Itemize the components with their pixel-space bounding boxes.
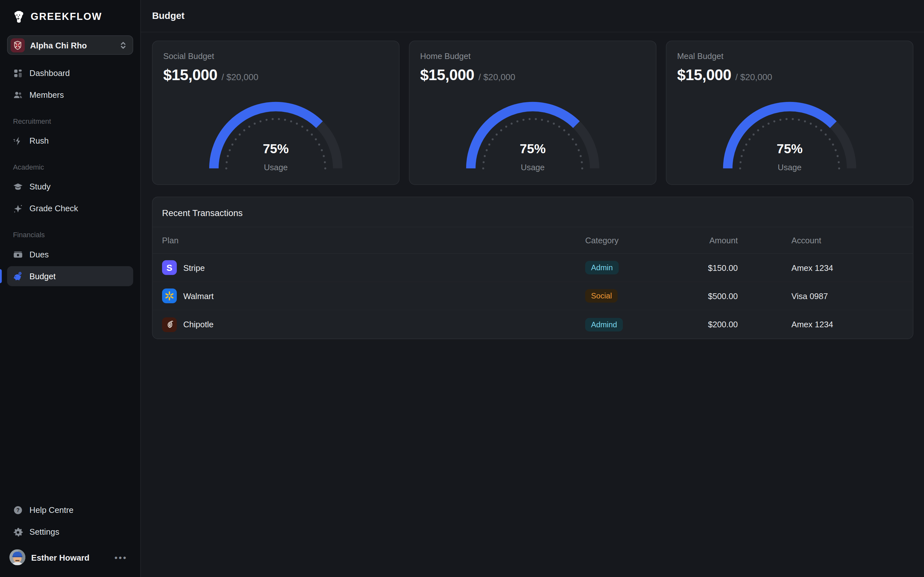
usage-percent: 75% xyxy=(462,141,604,157)
usage-label: Usage xyxy=(462,163,604,172)
sidebar-item-rush[interactable]: Rush xyxy=(7,131,133,151)
nav-section-recruitment: Recruitment xyxy=(7,117,133,126)
limit-amount: / $20,000 xyxy=(478,72,515,82)
user-avatar xyxy=(9,550,25,566)
sidebar-item-dues[interactable]: Dues xyxy=(7,244,133,264)
sidebar-item-budget[interactable]: 0 Budget xyxy=(7,266,133,286)
sidebar-item-label: Dues xyxy=(29,250,49,259)
sidebar-item-study[interactable]: Study xyxy=(7,177,133,197)
brand-name: GREEKFLOW xyxy=(31,11,102,23)
spent-amount: $15,000 xyxy=(677,66,731,84)
sidebar-item-members[interactable]: Members xyxy=(7,85,133,105)
category-badge: Admin xyxy=(585,261,619,274)
sidebar-item-label: Study xyxy=(29,182,51,191)
amount-cell: $200.00 xyxy=(680,319,792,329)
sidebar-nav: Dashboard Members Recruitment Rush Acade… xyxy=(7,63,133,288)
column-header-plan: Plan xyxy=(162,235,585,245)
sidebar-item-label: Members xyxy=(29,90,64,99)
sidebar: GREEKFLOW Alpha Chi Rho Dashboard xyxy=(0,0,141,577)
org-name: Alpha Chi Rho xyxy=(30,40,115,50)
topbar: Budget xyxy=(141,0,924,32)
org-crest-icon xyxy=(11,38,25,52)
amount-cell: $500.00 xyxy=(680,291,792,300)
greekflow-bust-logo-icon xyxy=(11,9,26,25)
piggy-bank-icon: 0 xyxy=(13,271,23,281)
graduation-cap-icon xyxy=(13,182,23,192)
usage-label: Usage xyxy=(205,163,347,172)
category-badge: Admind xyxy=(585,318,623,331)
amount-cell: $150.00 xyxy=(680,263,792,272)
table-row-chipotle[interactable]: Chipotle Admind $200.00 Amex 1234 xyxy=(153,310,913,338)
org-selector[interactable]: Alpha Chi Rho xyxy=(7,35,133,55)
usage-percent: 75% xyxy=(205,141,347,157)
category-badge: Social xyxy=(585,289,618,303)
gear-icon xyxy=(13,527,23,537)
user-menu[interactable]: Esther Howard ••• xyxy=(7,543,133,574)
table-row-walmart[interactable]: Walmart Social $500.00 Visa 0987 xyxy=(153,282,913,310)
sidebar-item-label: Grade Check xyxy=(29,204,78,213)
content: Social Budget $15,000 / $20,000 75% Usag… xyxy=(141,32,924,339)
usage-percent: 75% xyxy=(719,141,861,157)
active-indicator xyxy=(0,269,2,283)
sidebar-item-label: Budget xyxy=(29,271,56,281)
limit-amount: / $20,000 xyxy=(221,72,258,82)
budget-cards: Social Budget $15,000 / $20,000 75% Usag… xyxy=(152,41,913,185)
dashboard-icon xyxy=(13,68,23,78)
usage-label: Usage xyxy=(719,163,861,172)
sidebar-item-label: Rush xyxy=(29,136,49,145)
budget-card-social: Social Budget $15,000 / $20,000 75% Usag… xyxy=(152,41,399,185)
spent-amount: $15,000 xyxy=(163,66,218,84)
transactions-header-row: Plan Category Amount Account xyxy=(153,227,913,253)
nav-section-financials: Financials xyxy=(7,231,133,239)
budget-card-meal: Meal Budget $15,000 / $20,000 75% Usage xyxy=(666,41,913,185)
page-title: Budget xyxy=(152,11,184,21)
account-cell: Amex 1234 xyxy=(792,263,903,272)
plan-name: Walmart xyxy=(183,291,214,300)
brand: GREEKFLOW xyxy=(7,0,133,33)
plan-name: Chipotle xyxy=(183,319,213,329)
sidebar-footer: ? Help Centre Settings Esther Howard ••• xyxy=(7,500,133,577)
chipotle-logo-icon xyxy=(162,317,177,332)
column-header-account: Account xyxy=(792,235,903,245)
sidebar-item-label: Settings xyxy=(29,527,59,536)
ellipsis-icon[interactable]: ••• xyxy=(115,552,131,562)
sidebar-item-label: Dashboard xyxy=(29,68,70,77)
banknote-icon xyxy=(13,250,23,259)
lightning-icon xyxy=(13,135,23,145)
sidebar-item-dashboard[interactable]: Dashboard xyxy=(7,63,133,83)
user-name: Esther Howard xyxy=(31,553,108,562)
sidebar-item-grade-check[interactable]: Grade Check xyxy=(7,198,133,218)
usage-gauge: 75% Usage xyxy=(719,98,861,174)
main-area: Budget Social Budget $15,000 / $20,000 xyxy=(141,0,924,577)
chevron-up-down-icon xyxy=(120,41,127,49)
card-title: Social Budget xyxy=(163,51,389,61)
svg-text:?: ? xyxy=(16,507,19,513)
sidebar-item-settings[interactable]: Settings xyxy=(7,522,133,542)
nav-section-academic: Academic xyxy=(7,163,133,171)
account-cell: Amex 1234 xyxy=(792,319,903,329)
table-row-stripe[interactable]: S Stripe Admin $150.00 Amex 1234 xyxy=(153,254,913,282)
column-header-category: Category xyxy=(585,235,680,245)
sidebar-item-label: Help Centre xyxy=(29,505,73,514)
users-icon xyxy=(13,90,23,100)
walmart-logo-icon xyxy=(162,288,177,303)
spent-amount: $15,000 xyxy=(420,66,475,84)
card-title: Home Budget xyxy=(420,51,646,61)
plan-name: Stripe xyxy=(183,263,205,272)
transactions-title: Recent Transactions xyxy=(153,197,913,227)
app-window: GREEKFLOW Alpha Chi Rho Dashboard xyxy=(0,0,924,577)
budget-card-home: Home Budget $15,000 / $20,000 75% Usage xyxy=(409,41,656,185)
stripe-logo-icon: S xyxy=(162,260,177,275)
usage-gauge: 75% Usage xyxy=(205,98,347,174)
help-circle-icon: ? xyxy=(13,505,23,515)
account-cell: Visa 0987 xyxy=(792,291,903,300)
column-header-amount: Amount xyxy=(680,235,792,245)
usage-gauge: 75% Usage xyxy=(462,98,604,174)
recent-transactions-card: Recent Transactions Plan Category Amount… xyxy=(152,197,913,339)
svg-text:0: 0 xyxy=(19,272,21,275)
limit-amount: / $20,000 xyxy=(735,72,772,82)
card-title: Meal Budget xyxy=(677,51,902,61)
sidebar-item-help-centre[interactable]: ? Help Centre xyxy=(7,500,133,520)
sparkle-star-icon xyxy=(13,203,23,213)
